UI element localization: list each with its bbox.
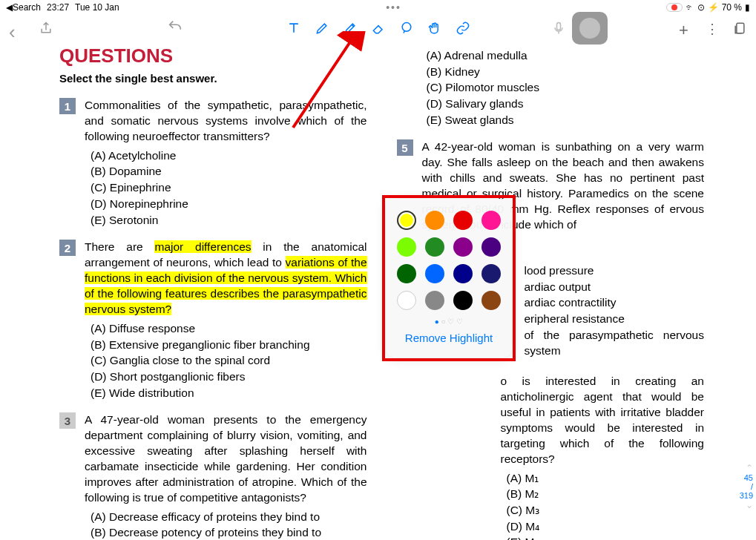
page-heading: QUESTIONS [59, 45, 367, 68]
option[interactable]: (D) Salivary glands [421, 96, 539, 112]
question-number: 5 [397, 139, 413, 156]
svg-rect-1 [557, 23, 561, 30]
option[interactable]: (D) M₄ [501, 518, 705, 535]
left-column: QUESTIONS Select the single best answer.… [59, 45, 367, 540]
link-tool-icon[interactable] [456, 21, 470, 36]
color-swatch[interactable] [481, 237, 501, 257]
option[interactable]: (A) Adrenal medulla [421, 47, 539, 64]
status-bar: ◀Search 23:27 Tue 10 Jan ••• ᯤ ⊙ ⚡ 70 % … [0, 0, 756, 15]
option[interactable]: (A) Acetylcholine [85, 148, 367, 164]
color-swatch[interactable] [453, 237, 473, 257]
option[interactable]: (B) M₂ [501, 486, 705, 502]
question-text: Commonalities of the sympathetic, parasy… [85, 99, 367, 142]
option[interactable]: (E) Serotonin [85, 212, 367, 228]
question-text: A 47-year-old woman presents to the emer… [85, 413, 367, 504]
remove-highlight-button[interactable]: Remove Highlight [396, 332, 502, 344]
svg-rect-2 [737, 23, 744, 33]
color-swatch[interactable] [425, 237, 444, 257]
toolbar: ‹ + ⋮ [0, 15, 756, 42]
page-divider: / [740, 482, 753, 491]
highlighter-tool-icon[interactable] [343, 21, 358, 36]
highlighted-text[interactable]: major differences [154, 240, 251, 253]
share-button[interactable] [39, 21, 53, 36]
color-swatch[interactable] [397, 211, 416, 230]
back-button[interactable]: ‹ [9, 21, 24, 36]
color-grid [396, 211, 502, 310]
chevron-up-icon[interactable]: ⌃ [740, 463, 753, 473]
option[interactable]: (B) Kidney [421, 64, 539, 80]
add-button[interactable]: + [679, 21, 694, 36]
question-text: o is interested in creating an anticholi… [421, 375, 705, 465]
option[interactable]: (D) Norepinephrine [85, 196, 367, 212]
color-swatch[interactable] [481, 291, 501, 310]
lasso-tool-icon[interactable] [399, 21, 414, 36]
question-number: 2 [59, 240, 76, 256]
pages-button[interactable] [732, 21, 747, 36]
handle-dots[interactable]: ••• [386, 1, 401, 13]
highlight-color-popover: ● ○ ♡ ♡ Remove Highlight [386, 199, 512, 358]
color-swatch[interactable] [481, 264, 501, 283]
mic-icon[interactable] [551, 21, 566, 36]
color-swatch[interactable] [453, 211, 473, 230]
question-number: 1 [59, 98, 76, 114]
wifi-icon: ᯤ [686, 2, 694, 13]
color-swatch[interactable] [397, 237, 416, 257]
text-tool-icon[interactable] [286, 21, 301, 36]
document-content: QUESTIONS Select the single best answer.… [0, 42, 756, 540]
battery-pct: 70 % [722, 2, 742, 13]
option[interactable]: (D) Short postganglionic fibers [85, 369, 367, 385]
popover-pager[interactable]: ● ○ ♡ ♡ [396, 317, 502, 326]
color-swatch[interactable] [453, 291, 473, 310]
option[interactable]: (C) Epinephrine [85, 180, 367, 196]
recording-indicator[interactable] [666, 3, 683, 12]
option[interactable]: (E) Sweat glands [421, 112, 539, 128]
chevron-down-icon[interactable]: ⌄ [740, 500, 753, 510]
battery-icon: ⊙ ⚡ [697, 2, 718, 13]
question-text-part: There are [85, 240, 154, 253]
option[interactable]: (A) Diffuse response [85, 320, 367, 337]
current-page: 45 [740, 473, 753, 482]
option[interactable]: (E) M₅ [501, 534, 705, 540]
option[interactable]: (E) Wide distribution [85, 385, 367, 401]
color-swatch[interactable] [481, 211, 501, 230]
svg-point-0 [402, 23, 411, 32]
color-swatch[interactable] [425, 211, 444, 230]
option[interactable]: (C) Ganglia close to the spinal cord [85, 352, 367, 369]
options: (A) Acetylcholine (B) Dopamine (C) Epine… [85, 148, 367, 228]
undo-button[interactable] [167, 24, 183, 37]
battery-shape: ▮ [745, 2, 750, 13]
page-subheading: Select the single best answer. [59, 72, 367, 85]
status-date: Tue 10 Jan [75, 2, 119, 13]
color-swatch[interactable] [453, 264, 473, 283]
back-to-app[interactable]: ◀Search [6, 2, 41, 13]
color-swatch[interactable] [397, 291, 416, 310]
option[interactable]: (C) Pilomotor muscles [421, 79, 539, 96]
option[interactable]: (B) Extensive preganglionic fiber branch… [85, 337, 367, 353]
page-indicator[interactable]: ⌃ 45 / 319 ⌄ [740, 463, 753, 510]
color-swatch[interactable] [425, 291, 444, 310]
total-pages: 319 [740, 491, 753, 500]
question-1[interactable]: 1 Commonalities of the sympathetic, para… [59, 98, 367, 228]
color-swatch[interactable] [425, 264, 444, 283]
assistive-touch[interactable] [572, 12, 608, 45]
option[interactable]: (A) Decrease efficacy of proteins they b… [85, 509, 367, 525]
hand-tool-icon[interactable] [427, 21, 442, 36]
option[interactable]: (B) Decrease potency of proteins they bi… [85, 524, 367, 540]
option[interactable]: (C) M₃ [501, 502, 705, 518]
question-3[interactable]: 3 A 47-year-old woman presents to the em… [59, 412, 367, 540]
question-continued[interactable]: (A) Adrenal medulla (B) Kidney (C) Pilom… [421, 45, 705, 128]
eraser-tool-icon[interactable] [371, 21, 386, 36]
more-button[interactable]: ⋮ [706, 21, 720, 36]
question-number: 3 [59, 412, 76, 429]
option[interactable]: (B) Dopamine [85, 163, 367, 180]
question-6[interactable]: o is interested in creating an anticholi… [421, 374, 705, 540]
status-time: 23:27 [47, 2, 69, 13]
question-2[interactable]: 2 There are major differences in the ana… [59, 240, 367, 401]
option[interactable]: (A) M₁ [501, 470, 705, 487]
color-swatch[interactable] [397, 264, 416, 283]
pencil-tool-icon[interactable] [315, 21, 329, 36]
